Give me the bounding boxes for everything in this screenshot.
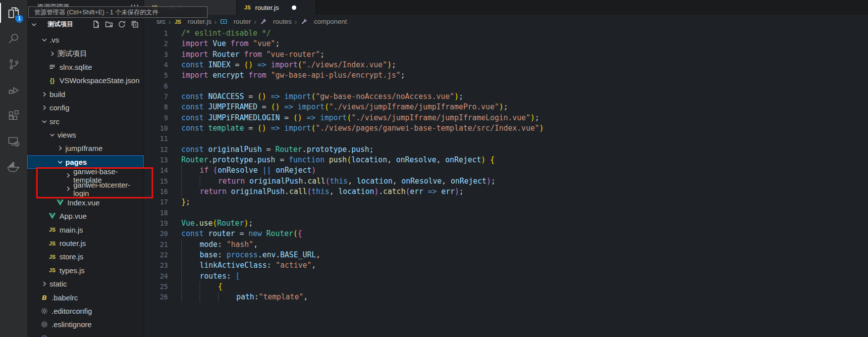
breadcrumb-routes[interactable]: routes: [259, 18, 292, 25]
activity-explorer-button[interactable]: 1: [0, 0, 27, 26]
tree-item-ganwei-iotcenter-login[interactable]: ganwei-iotcenter-login: [27, 182, 144, 195]
code-line-1[interactable]: 1/* eslint-disable */: [144, 28, 868, 39]
line-number: 23: [144, 260, 181, 271]
code-text: const JUMPIFRAMED = () => import("./view…: [181, 102, 508, 112]
code-text: Router.prototype.push = function push(lo…: [181, 155, 494, 165]
tree-item-types.js[interactable]: JStypes.js: [27, 264, 144, 277]
code-line-13[interactable]: 13Router.prototype.push = function push(…: [144, 155, 868, 165]
code-line-7[interactable]: 7const NOACCESS = () => import("gw-base-…: [144, 92, 868, 102]
indent-guide: [181, 176, 200, 186]
unsaved-dot-icon[interactable]: [292, 5, 296, 10]
code-line-3[interactable]: 3import Router from "vue-router";: [144, 49, 868, 60]
breadcrumb-router.js[interactable]: JSrouter.js: [174, 18, 212, 25]
chevron-right-icon: [64, 172, 72, 180]
breadcrumb-label: src: [157, 18, 165, 25]
tree-item-store.js[interactable]: JSstore.js: [27, 250, 144, 263]
tree-item-cutoff[interactable]: [27, 332, 144, 337]
activity-run-debug-button[interactable]: [0, 77, 27, 103]
indent-guide: [200, 292, 218, 302]
code-line-16[interactable]: 16return originalPush.call(this, locatio…: [144, 187, 868, 197]
indent-guide: [181, 260, 200, 270]
tree-item-.vs[interactable]: .vs: [27, 33, 144, 47]
tree-item-Index.vue[interactable]: Index.vue: [27, 196, 144, 209]
code-line-4[interactable]: 4const INDEX = () => import("./views/Ind…: [144, 60, 868, 70]
code-line-11[interactable]: 11: [144, 134, 868, 144]
code-text: Vue.use(Router);: [181, 218, 253, 229]
breadcrumb-src[interactable]: src: [157, 18, 165, 25]
activity-search-button[interactable]: [0, 26, 27, 51]
breadcrumb-component[interactable]: component: [300, 18, 347, 25]
tree-item-router.js[interactable]: JSrouter.js: [27, 237, 144, 250]
code-line-26[interactable]: 26path:"template",: [144, 292, 868, 302]
line-number: 3: [144, 49, 181, 60]
code-line-14[interactable]: 14if (onResolve || onReject): [144, 165, 868, 176]
code-line-20[interactable]: 20const router = new Router({: [144, 229, 868, 239]
line-number: 20: [144, 229, 181, 239]
code-line-22[interactable]: 22base: process.env.BASE_URL,: [144, 250, 868, 260]
code-line-21[interactable]: 21mode: "hash",: [144, 240, 868, 250]
chevron-right-icon: [48, 49, 56, 57]
code-line-12[interactable]: 12const originalPush = Router.prototype.…: [144, 144, 868, 155]
tree-item-label: 测试项目: [57, 49, 87, 58]
tree-item-jumpIframe[interactable]: jumpIframe: [27, 142, 144, 155]
tree-item-main.js[interactable]: JSmain.js: [27, 223, 144, 236]
tree-item-测试项目[interactable]: 测试项目: [27, 47, 144, 60]
tree-item-views[interactable]: views: [27, 128, 144, 142]
code-line-6[interactable]: 6: [144, 81, 868, 92]
new-folder-button[interactable]: [105, 20, 113, 29]
sidebar: 资源管理器 ⋯ 测试项目 .vs测试项目slnx.sqlite{}VSWorks…: [27, 0, 144, 337]
activity-docker-button[interactable]: [0, 154, 27, 180]
code-editor[interactable]: 1/* eslint-disable */2import Vue from "v…: [144, 28, 868, 337]
code-line-15[interactable]: 15return originalPush.call(this, locatio…: [144, 176, 868, 187]
code-line-25[interactable]: 25{: [144, 282, 868, 292]
code-line-8[interactable]: 8const JUMPIFRAMED = () => import("./vie…: [144, 102, 868, 112]
indent-guide: [200, 282, 218, 291]
tree-item-.editorconfig[interactable]: .editorconfig: [27, 304, 144, 318]
activity-source-control-button[interactable]: [0, 51, 27, 77]
tree-item-label: store.js: [59, 252, 83, 261]
tree-item-.eslintignore[interactable]: .eslintignore: [27, 318, 144, 331]
code-line-17[interactable]: 17};: [144, 197, 868, 207]
vscode-window: { "activity_bar": { "items": [ {"name": …: [0, 0, 868, 337]
code-line-24[interactable]: 24routes: [: [144, 271, 868, 282]
code-line-10[interactable]: 10const template = () => import("./views…: [144, 123, 868, 134]
line-number: 6: [144, 81, 181, 92]
activity-extensions-button[interactable]: [0, 103, 27, 129]
tree-item-config[interactable]: config: [27, 101, 144, 114]
code-text: mode: "hash",: [181, 240, 258, 250]
project-section-header[interactable]: 测试项目: [27, 18, 144, 31]
code-line-19[interactable]: 19Vue.use(Router);: [144, 218, 868, 229]
refresh-button[interactable]: [117, 20, 126, 29]
collapse-all-button[interactable]: [130, 20, 139, 29]
new-file-button[interactable]: [92, 20, 100, 29]
code-line-18[interactable]: 18: [144, 208, 868, 218]
line-number: 17: [144, 197, 181, 207]
tree-item-static[interactable]: static: [27, 277, 144, 290]
breadcrumb-router[interactable]: router: [219, 18, 251, 25]
code-text: return originalPush.call(this, location,…: [181, 176, 495, 187]
tree-item-build[interactable]: build: [27, 88, 144, 101]
tree-item-App.vue[interactable]: App.vue: [27, 209, 144, 223]
code-line-5[interactable]: 5import encrypt from "gw-base-api-plus/e…: [144, 70, 868, 81]
tree-item-src[interactable]: src: [27, 114, 144, 128]
line-number: 1: [144, 28, 181, 39]
tab-router.js[interactable]: JSrouter.js: [237, 0, 317, 15]
tree-item-label: views: [57, 131, 76, 139]
list-icon: [48, 63, 56, 71]
project-section-label: 测试项目: [48, 20, 73, 29]
indent-guide: [181, 165, 200, 175]
chevron-down-icon: [56, 158, 64, 166]
code-line-23[interactable]: 23linkActiveClass: "active",: [144, 260, 868, 271]
tab-bar: JSmain.jsJSrouter.js: [144, 0, 868, 15]
tree-item-slnx.sqlite[interactable]: slnx.sqlite: [27, 60, 144, 74]
tree-item-VSWorkspaceState.json[interactable]: {}VSWorkspaceState.json: [27, 74, 144, 87]
code-text: {: [181, 282, 222, 292]
code-line-9[interactable]: 9const JUMPiFRAMEDLOGIN = () => import("…: [144, 113, 868, 123]
tree-item-.babelrc[interactable]: B.babelrc: [27, 290, 144, 304]
docker-icon: [7, 161, 20, 174]
activity-remote-explorer-button[interactable]: [0, 129, 27, 154]
code-line-2[interactable]: 2import Vue from "vue";: [144, 39, 868, 49]
tree-item-label: App.vue: [59, 212, 87, 220]
code-text: return originalPush.call(this, location)…: [181, 187, 464, 197]
code-text: path:"template",: [181, 292, 308, 302]
